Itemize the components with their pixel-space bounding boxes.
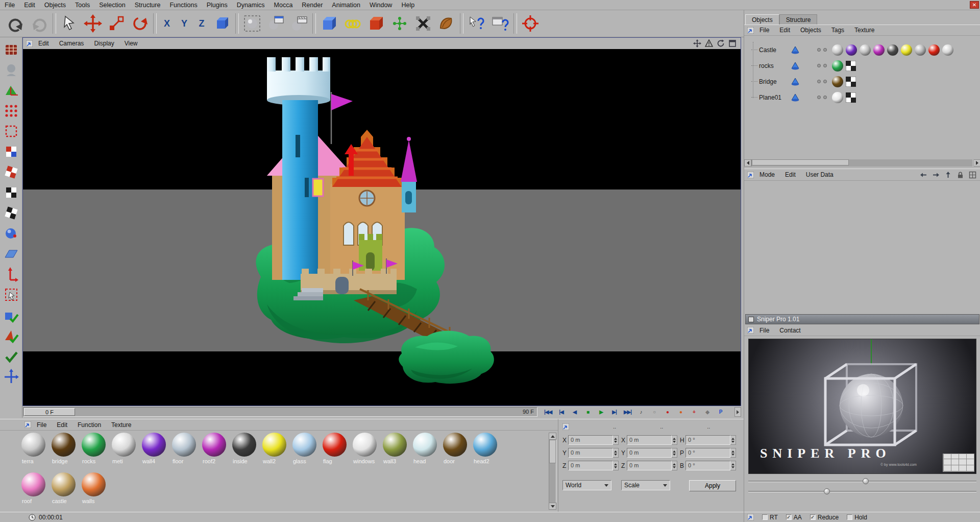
material-sphere[interactable] xyxy=(172,433,196,457)
object-row[interactable]: Bridge xyxy=(744,74,980,89)
object-icon[interactable] xyxy=(791,93,800,102)
texture-mode-icon[interactable] xyxy=(2,182,21,203)
transport-button[interactable]: ◆ xyxy=(701,407,714,417)
quantize-toggle-icon[interactable] xyxy=(2,325,21,346)
sniper-menu-item[interactable]: Contact xyxy=(775,325,805,336)
undo-icon[interactable] xyxy=(4,12,28,35)
transport-button[interactable]: ◀ xyxy=(568,407,581,417)
material-menu-item[interactable]: Function xyxy=(73,420,106,430)
material-tag[interactable] xyxy=(901,44,912,56)
add-modeling-object-icon[interactable] xyxy=(411,12,435,35)
material-sphere[interactable] xyxy=(413,433,437,457)
spinner[interactable] xyxy=(730,448,736,458)
material-item[interactable]: glass xyxy=(291,432,322,471)
object-name[interactable]: Castle xyxy=(759,46,789,54)
panel-menu-icon[interactable] xyxy=(747,27,754,34)
coordinate-input[interactable]: 0 m xyxy=(568,461,613,470)
scroll-thumb[interactable] xyxy=(549,440,556,463)
render-option[interactable]: ✓ Reduce xyxy=(810,514,839,521)
material-sphere[interactable] xyxy=(353,433,377,457)
sniper-title-bar[interactable]: Sniper Pro 1.01 xyxy=(745,314,979,324)
checkbox[interactable]: ✓ xyxy=(786,514,792,520)
help-pointer-icon[interactable] xyxy=(465,12,488,35)
object-icon[interactable] xyxy=(791,61,800,70)
transport-button[interactable]: + xyxy=(688,407,700,417)
material-item[interactable]: wall4 xyxy=(141,432,171,471)
coordinate-input[interactable]: 0 m xyxy=(568,448,613,458)
material-item[interactable]: wall2 xyxy=(261,432,291,471)
edge-mode-icon[interactable] xyxy=(2,121,21,141)
slider-track[interactable] xyxy=(748,491,976,492)
render-picture-viewer-icon[interactable] xyxy=(264,12,287,35)
panel-menu-icon[interactable] xyxy=(747,172,754,178)
coordinate-input[interactable]: 0 m xyxy=(627,448,672,458)
menu-item[interactable]: Window xyxy=(365,0,397,10)
forward-arrow-icon[interactable] xyxy=(932,171,940,179)
menu-item[interactable]: Selection xyxy=(94,0,130,10)
warning-icon[interactable] xyxy=(705,39,713,48)
render-option[interactable]: ✓ AA xyxy=(786,514,802,521)
layout-icon[interactable] xyxy=(969,171,976,179)
apply-button[interactable]: Apply xyxy=(689,480,736,491)
object-mode-icon[interactable] xyxy=(2,223,21,244)
menu-item[interactable]: Structure xyxy=(130,0,165,10)
object-row[interactable]: Castle xyxy=(744,42,980,58)
object-row[interactable]: rocks xyxy=(744,58,980,74)
material-tag[interactable] xyxy=(887,44,898,56)
polygon-mode-icon[interactable] xyxy=(2,141,21,162)
slider-thumb[interactable] xyxy=(824,488,830,494)
material-item[interactable]: wall3 xyxy=(382,432,412,471)
close-button[interactable]: ✕ xyxy=(970,1,979,9)
viewport-menu-item[interactable]: Display xyxy=(89,38,118,49)
material-tag[interactable] xyxy=(832,60,843,72)
material-item[interactable]: roof xyxy=(20,471,51,511)
panel-menu-icon[interactable] xyxy=(747,327,754,334)
transport-button[interactable]: ♪ xyxy=(634,407,647,417)
column-header[interactable]: .. xyxy=(613,423,616,430)
add-spline-icon[interactable] xyxy=(341,12,364,35)
texture-axis-mode-icon[interactable] xyxy=(2,162,21,182)
viewport-canvas[interactable] xyxy=(23,49,741,406)
enable-generators-icon[interactable] xyxy=(2,346,21,366)
tab-structure[interactable]: Structure xyxy=(779,14,818,25)
texture-tag-icon[interactable] xyxy=(846,77,856,87)
material-tag[interactable] xyxy=(915,44,926,56)
material-item[interactable]: head2 xyxy=(472,432,502,471)
transport-button[interactable]: ○ xyxy=(648,407,660,417)
point-mode-icon[interactable] xyxy=(2,101,21,121)
coordinates-cross-icon[interactable] xyxy=(2,366,21,387)
menu-item[interactable]: Render xyxy=(297,0,327,10)
add-deformer-icon[interactable] xyxy=(364,12,388,35)
panel-menu-icon[interactable] xyxy=(562,423,569,430)
material-sphere[interactable] xyxy=(292,433,316,457)
visibility-dots[interactable] xyxy=(817,64,827,67)
add-scene-object-icon[interactable] xyxy=(435,12,458,35)
material-item[interactable]: walls xyxy=(81,471,111,511)
transport-button[interactable]: ● xyxy=(661,407,674,417)
back-arrow-icon[interactable] xyxy=(920,171,927,179)
material-sphere[interactable] xyxy=(82,433,106,457)
scroll-down-button[interactable] xyxy=(549,503,556,510)
coordinate-input[interactable]: 0 m xyxy=(627,461,672,470)
object-row[interactable]: Plane01 xyxy=(744,89,980,105)
menu-item[interactable]: Animation xyxy=(327,0,365,10)
mode-bar-menu-item[interactable]: Edit xyxy=(780,170,800,180)
spinner[interactable] xyxy=(613,461,619,470)
object-manager-menu-item[interactable]: Tags xyxy=(827,25,849,35)
viewport-menu-item[interactable]: Edit xyxy=(34,38,54,49)
object-manager-menu-item[interactable]: Texture xyxy=(850,25,879,35)
material-sphere[interactable] xyxy=(82,472,106,496)
object-manager-menu-item[interactable]: File xyxy=(755,25,774,35)
checkbox[interactable]: ✓ xyxy=(810,514,816,520)
visibility-dots[interactable] xyxy=(817,96,827,99)
material-item[interactable]: castle xyxy=(51,471,81,511)
material-item[interactable]: bridge xyxy=(51,432,81,471)
scale-tool-icon[interactable] xyxy=(105,12,128,35)
scale-select[interactable]: Scale xyxy=(621,480,670,490)
up-arrow-icon[interactable] xyxy=(944,171,952,179)
material-sphere[interactable] xyxy=(473,433,497,457)
rectangle-selection-icon[interactable] xyxy=(2,284,21,305)
material-sphere[interactable] xyxy=(383,433,407,457)
help-window-icon[interactable] xyxy=(488,12,512,35)
material-scrollbar[interactable] xyxy=(549,433,556,510)
